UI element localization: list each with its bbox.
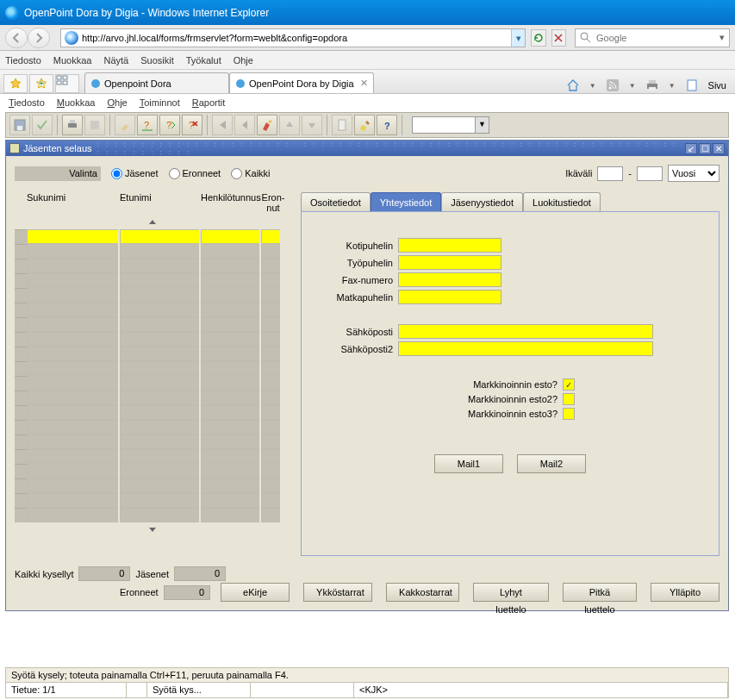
url-input[interactable] bbox=[82, 30, 511, 46]
input-matka[interactable] bbox=[398, 290, 501, 304]
up-icon[interactable] bbox=[279, 115, 300, 135]
subwin-close[interactable]: ✕ bbox=[713, 143, 725, 154]
refresh-button[interactable] bbox=[531, 29, 546, 47]
ekirje-button[interactable]: eKirje bbox=[221, 583, 290, 602]
grid-row[interactable] bbox=[15, 303, 290, 317]
pitka-luettelo-button[interactable]: Pitkä luettelo bbox=[563, 583, 637, 602]
page-label[interactable]: Sivu bbox=[708, 80, 726, 91]
stop-button[interactable] bbox=[551, 29, 567, 47]
radio-jasenet[interactable]: Jäsenet bbox=[111, 168, 159, 179]
ie-menu-ohje[interactable]: Ohje bbox=[234, 55, 253, 66]
grid-row[interactable] bbox=[15, 434, 290, 449]
down-icon[interactable] bbox=[302, 115, 322, 135]
prev-icon[interactable] bbox=[234, 115, 255, 135]
grid-row[interactable] bbox=[15, 244, 290, 259]
preview-icon[interactable] bbox=[84, 115, 105, 135]
grid-scroll-up[interactable] bbox=[15, 215, 290, 229]
grid-row[interactable] bbox=[15, 508, 290, 522]
mail2-button[interactable]: Mail2 bbox=[517, 454, 586, 473]
browser-tab-1[interactable]: Openpoint Dora bbox=[84, 72, 229, 93]
age-unit[interactable]: Vuosi bbox=[668, 165, 719, 182]
input-email2[interactable] bbox=[398, 341, 653, 356]
grid-row[interactable] bbox=[15, 229, 290, 244]
ie-menu-muokkaa[interactable]: Muokkaa bbox=[53, 55, 92, 66]
age-to[interactable] bbox=[637, 166, 663, 181]
print-dd[interactable]: ▼ bbox=[669, 82, 676, 90]
grid-row[interactable] bbox=[15, 405, 290, 420]
grid-row[interactable] bbox=[15, 376, 290, 391]
ie-menu-suosikit[interactable]: Suosikit bbox=[140, 55, 174, 66]
first-icon[interactable] bbox=[212, 115, 233, 135]
radio-eronneet[interactable]: Eronneet bbox=[169, 168, 221, 179]
age-from[interactable] bbox=[597, 166, 623, 181]
input-email[interactable] bbox=[398, 324, 653, 339]
search-dropdown[interactable]: ▾ bbox=[715, 32, 729, 43]
favorites-star[interactable] bbox=[3, 74, 28, 93]
edit-icon[interactable] bbox=[354, 115, 375, 135]
tab-close-icon[interactable]: ✕ bbox=[360, 78, 368, 89]
print-tool-icon[interactable] bbox=[62, 115, 83, 135]
search-box[interactable]: ▾ bbox=[575, 28, 730, 47]
ie-menu-nayta[interactable]: Näytä bbox=[103, 55, 128, 66]
tab-luokitus[interactable]: Luokitustiedot bbox=[523, 192, 601, 211]
mail1-button[interactable]: Mail1 bbox=[434, 454, 503, 473]
app-menu-ohje[interactable]: Ohje bbox=[107, 97, 127, 108]
tab-yhteys[interactable]: Yhteystiedot bbox=[371, 192, 442, 211]
browser-tab-2[interactable]: OpenPoint Dora by Digia ✕ bbox=[229, 72, 374, 93]
input-tyo[interactable] bbox=[398, 255, 501, 270]
grid-row[interactable] bbox=[15, 288, 290, 303]
back-button[interactable] bbox=[5, 28, 28, 48]
query-enter-icon[interactable]: ? bbox=[137, 115, 158, 135]
print-icon[interactable] bbox=[645, 78, 660, 93]
tab-osoite[interactable]: Osoitetiedot bbox=[301, 192, 371, 211]
app-menu-tiedosto[interactable]: Tiedosto bbox=[9, 97, 45, 108]
grid-row[interactable] bbox=[15, 273, 290, 288]
help-icon[interactable]: ? bbox=[377, 115, 397, 135]
page-icon[interactable] bbox=[684, 78, 700, 93]
grid-row[interactable] bbox=[15, 317, 290, 332]
app-menu-muokkaa[interactable]: Muokkaa bbox=[57, 97, 96, 108]
grid-row[interactable] bbox=[15, 332, 290, 347]
home-dd[interactable]: ▼ bbox=[589, 82, 596, 90]
input-fax[interactable] bbox=[398, 272, 501, 287]
grid-scroll-down[interactable] bbox=[15, 522, 290, 537]
app-menu-raportit[interactable]: Raportit bbox=[192, 97, 226, 108]
flashlight-icon[interactable] bbox=[115, 115, 135, 135]
lyhyt-luettelo-button[interactable]: Lyhyt luettelo bbox=[473, 583, 549, 602]
address-bar[interactable]: ▾ bbox=[60, 28, 526, 47]
query-cancel-icon[interactable]: ? bbox=[182, 115, 202, 135]
tab-jasenyys[interactable]: Jäsenyystiedot bbox=[441, 192, 523, 211]
rss-icon[interactable] bbox=[605, 78, 620, 93]
check-icon[interactable] bbox=[32, 115, 53, 135]
check-markkinointi1[interactable]: ✓ bbox=[563, 378, 575, 391]
ie-menu-tyokalut[interactable]: Työkalut bbox=[186, 55, 221, 66]
ykkostarrat-button[interactable]: Ykköstarrat bbox=[303, 583, 372, 602]
grid-row[interactable] bbox=[15, 259, 290, 273]
forward-button[interactable] bbox=[28, 28, 50, 48]
search-input[interactable] bbox=[596, 33, 715, 43]
app-menu-toiminnot[interactable]: Toiminnot bbox=[140, 97, 180, 108]
grid-row[interactable] bbox=[15, 391, 290, 405]
check-markkinointi2[interactable] bbox=[563, 393, 575, 405]
toolbar-combo[interactable]: ▼ bbox=[412, 116, 489, 134]
grid-row[interactable] bbox=[15, 420, 290, 434]
yllapito-button[interactable]: Ylläpito bbox=[651, 583, 719, 602]
address-dropdown[interactable]: ▾ bbox=[511, 29, 525, 47]
grid-row[interactable] bbox=[15, 478, 290, 493]
save-icon[interactable] bbox=[9, 115, 30, 135]
radio-kaikki[interactable]: Kaikki bbox=[231, 168, 270, 179]
add-favorite[interactable]: + bbox=[29, 74, 53, 93]
ie-menu-tiedosto[interactable]: Tiedosto bbox=[5, 55, 41, 66]
check-markkinointi3[interactable] bbox=[563, 408, 575, 420]
quicktabs-button[interactable] bbox=[55, 74, 79, 93]
subwin-max[interactable]: ☐ bbox=[699, 143, 711, 154]
rss-dd[interactable]: ▼ bbox=[629, 82, 636, 90]
home-icon[interactable] bbox=[565, 78, 581, 93]
subwin-min[interactable]: ↙ bbox=[685, 143, 697, 154]
grid-row[interactable] bbox=[15, 449, 290, 464]
grid-row[interactable] bbox=[15, 361, 290, 376]
kakkostarrat-button[interactable]: Kakkostarrat bbox=[386, 583, 459, 602]
grid-row[interactable] bbox=[15, 493, 290, 508]
query-exec-icon[interactable]: ? bbox=[159, 115, 180, 135]
document-icon[interactable] bbox=[332, 115, 352, 135]
